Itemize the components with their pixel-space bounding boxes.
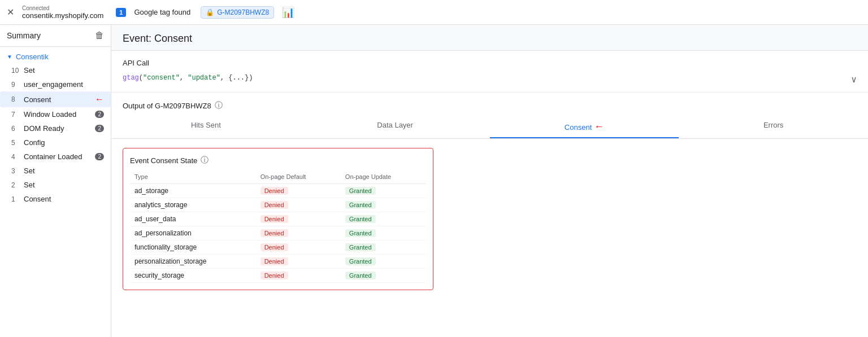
info-icon[interactable]: ⓘ — [215, 100, 223, 111]
consent-type: analytics_storage — [130, 198, 256, 212]
sidebar-item-window-loaded[interactable]: 7Window Loaded2 — [0, 107, 111, 121]
tab-errors-label: Errors — [763, 121, 783, 129]
code-comma2: , — [220, 74, 228, 82]
sidebar-active-arrow: ← — [95, 94, 104, 104]
output-section: Output of G-M2097BHWZ8 ⓘ — [111, 93, 868, 111]
sidebar: Summary 🗑 ▼ Consentik 10Set9user_engagem… — [0, 25, 111, 337]
expand-icon[interactable]: ∨ — [851, 74, 857, 85]
granted-badge: Granted — [345, 215, 376, 223]
denied-badge: Denied — [261, 201, 288, 209]
table-row: functionality_storageDeniedGranted — [130, 240, 426, 255]
denied-badge: Denied — [261, 272, 288, 279]
consent-update: Granted — [341, 269, 426, 283]
sidebar-item-label: DOM Ready — [24, 124, 92, 133]
consent-type: ad_storage — [130, 184, 256, 198]
consent-state-info-icon[interactable]: ⓘ — [201, 155, 209, 165]
table-row: ad_user_dataDeniedGranted — [130, 212, 426, 226]
consent-tab-arrow: ← — [594, 121, 604, 133]
denied-badge: Denied — [261, 243, 288, 251]
sidebar-item-num: 10 — [11, 67, 20, 75]
consent-type: functionality_storage — [130, 240, 256, 255]
granted-badge: Granted — [345, 243, 376, 251]
consent-type: ad_personalization — [130, 226, 256, 240]
table-row: security_storageDeniedGranted — [130, 269, 426, 283]
consent-update: Granted — [341, 255, 426, 269]
tag-id-button[interactable]: 🔒 G-M2097BHWZ8 — [201, 6, 274, 19]
tab-consent[interactable]: Consent ← — [490, 116, 679, 138]
granted-badge: Granted — [345, 272, 376, 279]
code-fn: gtag — [123, 74, 139, 82]
sidebar-group: ▼ Consentik 10Set9user_engagement8Consen… — [0, 47, 111, 209]
sidebar-item-num: 3 — [11, 167, 20, 175]
consent-default: Denied — [256, 184, 341, 198]
sidebar-item-consent[interactable]: 1Consent — [0, 192, 111, 206]
tab-hits-sent[interactable]: Hits Sent — [111, 116, 301, 138]
sidebar-summary: Summary 🗑 — [0, 25, 111, 47]
consent-update: Granted — [341, 184, 426, 198]
consent-update: Granted — [341, 212, 426, 226]
event-title: Event: Consent — [123, 33, 857, 45]
tag-found-label: Google tag found — [134, 8, 190, 16]
denied-badge: Denied — [261, 257, 288, 265]
content-header: Event: Consent — [111, 25, 868, 51]
sidebar-item-set[interactable]: 3Set — [0, 164, 111, 178]
consent-default: Denied — [256, 240, 341, 255]
col-type: Type — [130, 171, 256, 184]
granted-badge: Granted — [345, 201, 376, 209]
sidebar-summary-label: Summary — [7, 31, 41, 40]
collapse-arrow-icon: ▼ — [7, 54, 12, 60]
chart-icon[interactable]: 📊 — [282, 6, 294, 19]
sidebar-item-num: 1 — [11, 195, 20, 203]
sidebar-item-label: Config — [24, 138, 104, 147]
sidebar-item-dom-ready[interactable]: 6DOM Ready2 — [0, 121, 111, 135]
code-close-paren: ) — [249, 74, 253, 82]
output-header-label: Output of G-M2097BHWZ8 — [123, 102, 211, 110]
table-row: personalization_storageDeniedGranted — [130, 255, 426, 269]
consent-type: security_storage — [130, 269, 256, 283]
consent-table-head: Type On-page Default On-page Update — [130, 171, 426, 184]
close-icon[interactable]: ✕ — [7, 7, 14, 17]
content-area: Event: Consent API Call gtag("consent", … — [111, 25, 868, 337]
top-bar: ✕ Connected consentik.myshopify.com 1 Go… — [0, 0, 868, 25]
consent-type: personalization_storage — [130, 255, 256, 269]
sidebar-item-label: user_engagement — [24, 80, 104, 89]
main-layout: Summary 🗑 ▼ Consentik 10Set9user_engagem… — [0, 25, 868, 337]
sidebar-item-container-loaded[interactable]: 4Container Loaded2 — [0, 150, 111, 164]
consent-table-body: ad_storageDeniedGrantedanalytics_storage… — [130, 184, 426, 283]
consent-default: Denied — [256, 198, 341, 212]
consent-panel: Event Consent State ⓘ Type On-page Defau… — [111, 139, 868, 299]
tab-data-layer[interactable]: Data Layer — [301, 116, 490, 138]
tab-errors[interactable]: Errors — [679, 116, 868, 138]
sidebar-item-user_engagement[interactable]: 9user_engagement — [0, 77, 111, 91]
sidebar-item-set[interactable]: 10Set — [0, 63, 111, 77]
col-default: On-page Default — [256, 171, 341, 184]
sidebar-item-num: 7 — [11, 111, 20, 119]
sidebar-item-config[interactable]: 5Config — [0, 135, 111, 150]
sidebar-item-set[interactable]: 2Set — [0, 178, 111, 192]
granted-badge: Granted — [345, 229, 376, 237]
consent-state-title: Event Consent State ⓘ — [130, 155, 426, 165]
sidebar-item-badge: 2 — [95, 125, 104, 132]
delete-icon[interactable]: 🗑 — [95, 30, 104, 41]
connection-domain: consentik.myshopify.com — [22, 11, 103, 20]
code-paren: ( — [139, 74, 143, 82]
sidebar-group-header[interactable]: ▼ Consentik — [0, 50, 111, 63]
consent-default: Denied — [256, 226, 341, 240]
sidebar-item-label: Container Loaded — [24, 152, 92, 161]
sidebar-item-label: Consent — [24, 195, 104, 203]
consent-update: Granted — [341, 198, 426, 212]
consent-state-label: Event Consent State — [130, 156, 197, 165]
tag-id-label: G-M2097BHWZ8 — [217, 8, 269, 16]
sidebar-item-num: 6 — [11, 125, 20, 133]
col-update: On-page Update — [341, 171, 426, 184]
sidebar-item-label: Set — [24, 66, 104, 75]
api-call-code: gtag("consent", "update", {...}) ∨ — [123, 72, 857, 84]
content-body: API Call gtag("consent", "update", {...}… — [111, 51, 868, 337]
sidebar-item-num: 2 — [11, 181, 20, 189]
table-row: ad_personalizationDeniedGranted — [130, 226, 426, 240]
consent-default: Denied — [256, 212, 341, 226]
granted-badge: Granted — [345, 187, 376, 195]
table-row: ad_storageDeniedGranted — [130, 184, 426, 198]
consent-update: Granted — [341, 240, 426, 255]
sidebar-item-consent[interactable]: 8Consent← — [0, 91, 111, 107]
